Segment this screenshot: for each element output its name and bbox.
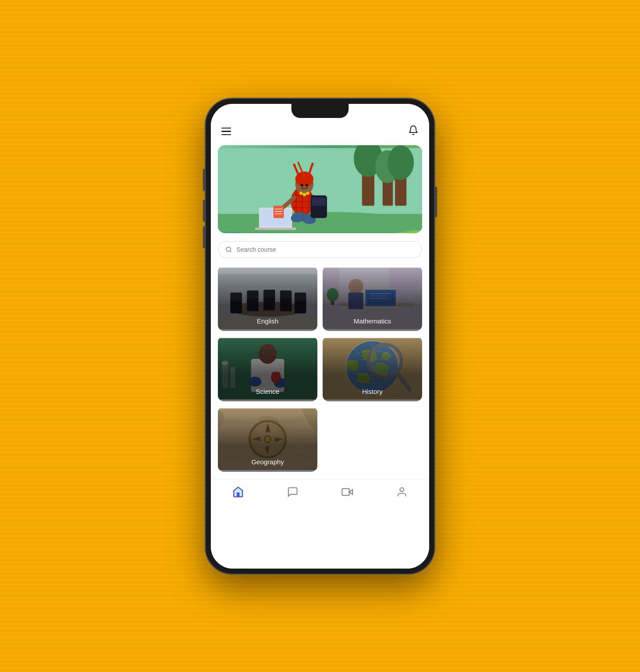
- svg-marker-121: [349, 489, 353, 494]
- svg-point-26: [301, 184, 303, 186]
- nav-item-video[interactable]: [335, 485, 360, 499]
- course-card-geography[interactable]: N Geography: [218, 407, 317, 472]
- phone-screen: English: [211, 104, 429, 569]
- geography-row: N Geography: [211, 407, 429, 472]
- course-card-english[interactable]: English: [218, 266, 317, 331]
- nav-item-chat[interactable]: [280, 485, 305, 499]
- nav-item-home[interactable]: [225, 485, 251, 499]
- screen-content: English: [211, 104, 429, 569]
- svg-rect-32: [312, 197, 326, 206]
- svg-point-29: [303, 193, 306, 196]
- course-card-history[interactable]: History: [323, 336, 422, 401]
- hero-banner: [218, 145, 422, 233]
- science-label: Science: [218, 388, 317, 395]
- course-card-science[interactable]: Science: [218, 336, 317, 401]
- nav-item-profile[interactable]: [389, 485, 415, 499]
- course-grid: English: [211, 266, 429, 401]
- hamburger-line-3: [221, 134, 231, 136]
- profile-icon: [396, 486, 408, 498]
- chat-icon: [287, 486, 298, 498]
- svg-rect-34: [273, 206, 283, 218]
- svg-rect-11: [255, 228, 296, 230]
- video-icon: [342, 486, 353, 498]
- home-icon: [232, 486, 244, 498]
- svg-point-28: [299, 191, 302, 195]
- search-input[interactable]: [236, 246, 415, 253]
- svg-point-27: [305, 184, 308, 186]
- svg-rect-122: [342, 488, 349, 495]
- hamburger-menu-button[interactable]: [221, 128, 231, 136]
- phone-shell: English: [206, 99, 434, 574]
- geography-label: Geography: [218, 458, 317, 466]
- hero-illustration: [218, 145, 422, 233]
- hamburger-line-1: [221, 128, 231, 129]
- page-wrapper: English: [0, 0, 640, 672]
- notch: [291, 104, 349, 118]
- svg-point-123: [400, 488, 404, 492]
- search-bar[interactable]: [218, 241, 422, 258]
- math-label: Mathematics: [323, 317, 422, 325]
- svg-point-6: [387, 145, 414, 180]
- search-icon: [225, 246, 232, 253]
- svg-rect-120: [237, 492, 240, 497]
- svg-point-38: [226, 247, 231, 251]
- bottom-navigation: [211, 479, 429, 510]
- english-label: English: [218, 317, 317, 325]
- svg-point-30: [306, 191, 309, 195]
- course-card-mathematics[interactable]: Mathematics: [323, 266, 422, 331]
- hamburger-line-2: [221, 131, 231, 132]
- notification-bell-icon[interactable]: [408, 125, 419, 138]
- history-label: History: [323, 388, 422, 395]
